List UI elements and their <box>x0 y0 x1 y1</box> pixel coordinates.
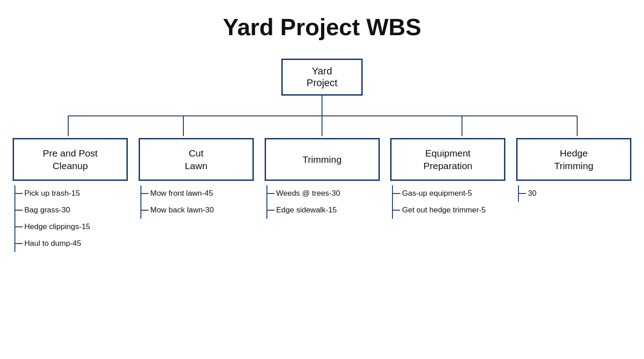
col-equipment-prep: EquipmentPreparation Gas-up equipment-5 … <box>390 138 505 219</box>
page-title: Yard Project WBS <box>0 0 644 59</box>
col-items-cut-lawn: Mow front lawn-45 Mow back lawn-30 <box>139 185 254 219</box>
col-box-trimming: Trimming <box>265 138 380 181</box>
col-pre-post-cleanup: Pre and PostCleanup Pick up trash-15 Bag… <box>13 138 128 252</box>
children-row: Pre and PostCleanup Pick up trash-15 Bag… <box>10 138 634 252</box>
list-item: Haul to dump-45 <box>13 235 128 252</box>
root-row: YardProject <box>10 59 634 96</box>
list-item: Hedge clippings-15 <box>13 219 128 235</box>
col-items-hedge-trimming: 30 <box>516 185 631 202</box>
col-box-hedge-trimming: HedgeTrimming <box>516 138 631 181</box>
col-trimming: Trimming Weeds @ trees-30 Edge sidewalk-… <box>265 138 380 219</box>
list-item: Weeds @ trees-30 <box>265 185 380 202</box>
list-item: Bag grass-30 <box>13 202 128 219</box>
list-item: Mow back lawn-30 <box>139 202 254 219</box>
col-items-pre-post-cleanup: Pick up trash-15 Bag grass-30 Hedge clip… <box>13 185 128 252</box>
root-node: YardProject <box>281 59 363 96</box>
col-items-equipment-prep: Gas-up equipment-5 Get out hedge trimmer… <box>390 185 505 219</box>
list-item: Get out hedge trimmer-5 <box>390 202 505 219</box>
list-item: Gas-up equipment-5 <box>390 185 505 202</box>
wbs-diagram: YardProject Pre and PostCleanup Pick up … <box>10 59 634 252</box>
list-item: Mow front lawn-45 <box>139 185 254 202</box>
list-item: Pick up trash-15 <box>13 185 128 202</box>
col-box-cut-lawn: CutLawn <box>139 138 254 181</box>
col-hedge-trimming: HedgeTrimming 30 <box>516 138 631 202</box>
col-items-trimming: Weeds @ trees-30 Edge sidewalk-15 <box>265 185 380 219</box>
connector-lines <box>10 96 634 136</box>
list-item: Edge sidewalk-15 <box>265 202 380 219</box>
list-item: 30 <box>516 185 631 202</box>
col-box-equipment-prep: EquipmentPreparation <box>390 138 505 181</box>
col-box-pre-post-cleanup: Pre and PostCleanup <box>13 138 128 181</box>
col-cut-lawn: CutLawn Mow front lawn-45 Mow back lawn-… <box>139 138 254 219</box>
